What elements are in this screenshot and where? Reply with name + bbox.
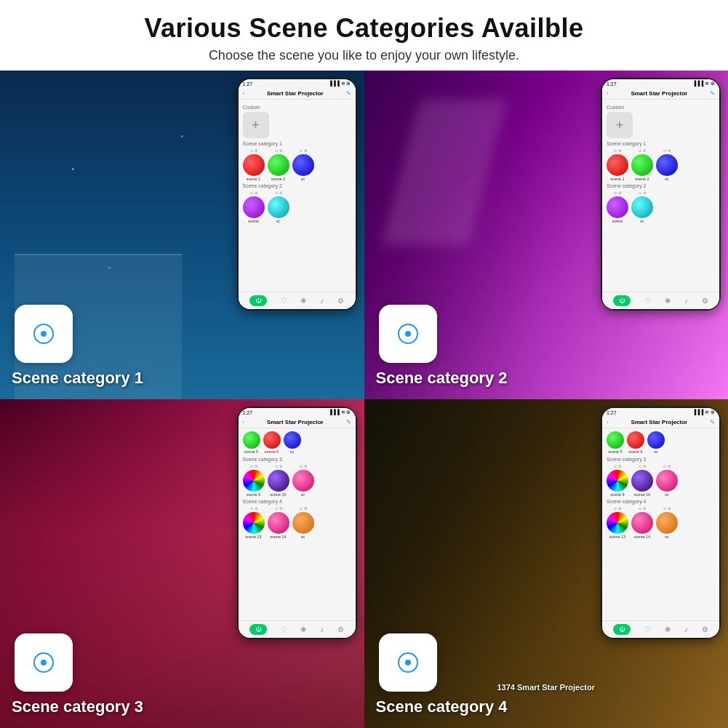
- scene-label-4: Scene category 4: [376, 697, 508, 716]
- scene-label-1: Scene category 1: [12, 369, 143, 388]
- scene-cell-4: 1:27 ▐▐▐ ≋ ⊛ ‹ Smart Star Projector ✎ sc…: [364, 399, 729, 728]
- phone-1: 1:27 ▐▐▐ ≋ ⊛ ‹ Smart Star Projector ✎ Cu…: [237, 78, 357, 311]
- phone-3: 1:27 ▐▐▐ ≋ ⊛ ‹ Smart Star Projector ✎ sc…: [237, 407, 357, 639]
- device-2: [379, 305, 437, 363]
- page-subtitle: Choose the scene you like to enjoy your …: [15, 48, 713, 63]
- device-4: [379, 633, 437, 692]
- phone-4: 1:27 ▐▐▐ ≋ ⊛ ‹ Smart Star Projector ✎ sc…: [601, 407, 721, 639]
- phone-2: 1:27 ▐▐▐ ≋ ⊛ ‹ Smart Star Projector ✎ Cu…: [601, 78, 721, 311]
- product-label: 1374 Smart Star Projector: [497, 683, 595, 692]
- scene-cell-3: 1:27 ▐▐▐ ≋ ⊛ ‹ Smart Star Projector ✎ sc…: [0, 399, 364, 728]
- header: Various Scene Categories Availble Choose…: [0, 0, 728, 71]
- page-title: Various Scene Categories Availble: [15, 13, 713, 44]
- device-3: [15, 633, 73, 692]
- scene-label-2: Scene category 2: [376, 369, 508, 388]
- scene-grid: 1:27 ▐▐▐ ≋ ⊛ ‹ Smart Star Projector ✎ Cu…: [0, 71, 728, 728]
- device-1: [15, 305, 73, 363]
- scene-label-3: Scene category 3: [12, 697, 143, 716]
- scene-cell-1: 1:27 ▐▐▐ ≋ ⊛ ‹ Smart Star Projector ✎ Cu…: [0, 71, 364, 399]
- scene-cell-2: 1:27 ▐▐▐ ≋ ⊛ ‹ Smart Star Projector ✎ Cu…: [364, 71, 729, 399]
- page: Various Scene Categories Availble Choose…: [0, 0, 728, 728]
